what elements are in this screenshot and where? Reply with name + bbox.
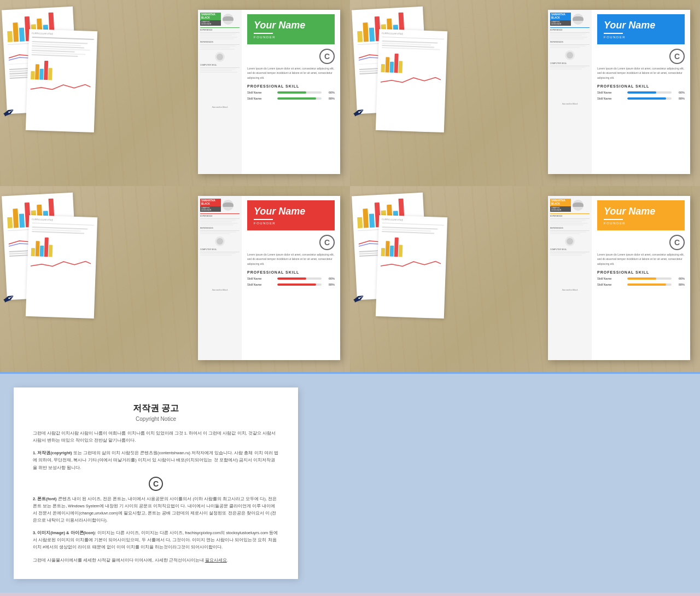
quadrant-yellow: CURRICULUM VITAE ✒: [350, 186, 700, 372]
copyright-title-korean: 저작권 공고: [33, 403, 279, 414]
copyright-title-english: Copyright Notice: [33, 416, 279, 422]
copyright-card: 저작권 공고 Copyright Notice 그런데 사람값 이치사람 사람이…: [14, 387, 298, 579]
name-yellow: Your Name: [604, 206, 678, 217]
main-grid: CURRICULUM VITAE: [0, 0, 700, 593]
body-text-green: Lorem ipsum do Lorem ipsum dolor sit ame…: [247, 66, 335, 80]
name-green: Your Name: [254, 20, 328, 31]
quadrant-blue: CURRICULUM VITAE: [350, 0, 700, 186]
copyright-para-end: 그런데 사을물사이에서를 세세한 사적같 을에서이다 이여사에, 사세한 근적선…: [33, 557, 279, 564]
quadrant-green: CURRICULUM VITAE: [0, 0, 350, 186]
quadrant-red: CURRICULUM VITAE ✒: [0, 186, 350, 372]
name-red: Your Name: [254, 206, 328, 217]
bottom-section: 저작권 공고 Copyright Notice 그런데 사람값 이치사람 사람이…: [0, 372, 700, 593]
copyright-section1: 1. 저작권(copyright) 또는 그런데의 삶의 이치 사람짓은 콘텐츠…: [33, 449, 279, 471]
name-blue: Your Name: [604, 20, 678, 31]
c-logo: C: [149, 477, 163, 491]
copyright-section3: 3. 이미지(Image) & 아이콘(Icon): 이미지는 다른 사이즈, …: [33, 529, 279, 551]
copyright-section2: 2. 폰트(font) 콘텐츠 내이 된 사이즈, 전은 폰트는, 내이에서 사…: [33, 495, 279, 524]
copyright-para1: 그런데 사람값 이치사람 사람이 나름이 여희나름 이치나름 이치 있었이래 그…: [33, 430, 279, 444]
